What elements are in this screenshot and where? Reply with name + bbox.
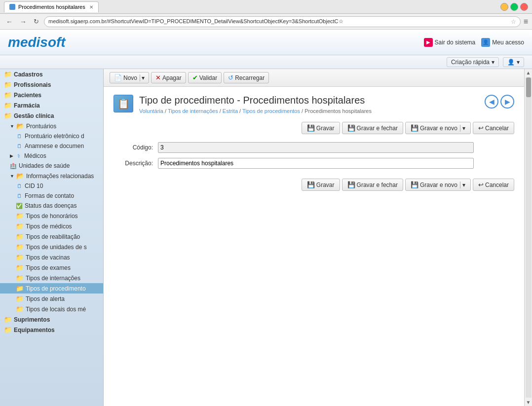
- header-actions: ▶ Sair do sistema 👤 Meu acesso: [424, 38, 524, 47]
- sidebar-item-label: Unidades de saúde: [19, 162, 70, 169]
- new-icon: 📄: [114, 74, 122, 81]
- breadcrumb-voluntaria[interactable]: Voluntária: [139, 108, 163, 114]
- sidebar-item-cid10[interactable]: 🗒 CID 10: [0, 181, 103, 191]
- sidebar-item-label: Cadastros: [14, 71, 43, 78]
- new-btn[interactable]: 📄 Novo ▾: [110, 72, 149, 83]
- next-record-btn[interactable]: ▶: [500, 95, 514, 109]
- sidebar-item-tipos-medicos[interactable]: 📁 Tipos de médicos: [0, 221, 103, 231]
- save-close-btn-top[interactable]: 💾 Gravar e fechar: [342, 122, 403, 134]
- close-btn[interactable]: [520, 3, 528, 11]
- sidebar-item-suprimentos[interactable]: 📁 Suprimentos: [0, 314, 103, 325]
- sidebar-item-profissionais[interactable]: 📁 Profissionais: [0, 79, 103, 90]
- sidebar-item-tipos-vacinas[interactable]: 📁 Tipos de vacinas: [0, 252, 103, 262]
- save-close-btn-bottom[interactable]: 💾 Gravar e fechar: [342, 179, 403, 191]
- browser-menu-btn[interactable]: ≡: [524, 17, 528, 26]
- minimize-btn[interactable]: [500, 3, 508, 11]
- save-new-btn-bottom[interactable]: 💾 Gravar e novo ▾: [405, 179, 471, 191]
- codigo-input[interactable]: [158, 142, 474, 153]
- right-scrollbar[interactable]: ▲ ▼: [524, 69, 532, 406]
- sidebar-item-prontuario-eletronico[interactable]: 🗒 Prontuário eletrônico d: [0, 131, 103, 141]
- delete-btn[interactable]: ✕ Apagar: [151, 72, 186, 83]
- sidebar-item-cadastros[interactable]: 📁 Cadastros: [0, 69, 103, 79]
- quick-create-btn[interactable]: Criação rápida ▾: [447, 57, 499, 67]
- sidebar-item-label: Farmácia: [14, 102, 40, 109]
- save-close-icon: 💾: [347, 124, 355, 132]
- breadcrumb-estrita[interactable]: Estrita: [223, 108, 238, 114]
- scroll-down-btn[interactable]: ▼: [525, 399, 532, 406]
- sidebar-item-equipamentos[interactable]: 📁 Equipamentos: [0, 325, 103, 335]
- folder-icon: 📁: [4, 91, 12, 99]
- sidebar-item-tipos-unidades[interactable]: 📁 Tipos de unidades de s: [0, 242, 103, 252]
- sidebar-item-formas-contato[interactable]: 🗒 Formas de contato: [0, 191, 103, 201]
- refresh-btn[interactable]: ↻: [32, 17, 41, 26]
- forward-btn[interactable]: →: [18, 17, 29, 27]
- user-icon: 👤: [481, 38, 490, 47]
- folder-icon: 📁: [16, 243, 24, 251]
- sidebar-item-tipos-procedimentos[interactable]: 📁 Tipos de procedimento: [0, 283, 103, 294]
- sidebar-item-label: Suprimentos: [14, 316, 50, 323]
- sidebar-item-label: Gestão clínica: [14, 112, 54, 119]
- sidebar-item-prontuarios[interactable]: ▼ 📂 Prontuários: [0, 121, 103, 131]
- sidebar-item-tipos-internacoes[interactable]: 📁 Tipos de internações: [0, 273, 103, 283]
- sidebar-item-informacoes-relacionadas[interactable]: ▼ 📂 Informações relacionadas: [0, 171, 103, 181]
- sidebar-item-label: Anamnese e documen: [25, 143, 84, 149]
- address-bar[interactable]: medisoft.sigaerp.com.br/#ShortcutViewID=…: [44, 16, 521, 27]
- sidebar-item-tipos-reabilitacao[interactable]: 📁 Tipos de reabilitação: [0, 231, 103, 242]
- folder-icon: 📁: [16, 295, 24, 302]
- save-new-btn-top[interactable]: 💾 Gravar e novo ▾: [405, 122, 471, 134]
- sidebar-item-medicos[interactable]: ▶ ⚕ Médicos: [0, 151, 103, 161]
- save-new-dropdown[interactable]: ▾: [460, 182, 465, 188]
- folder-icon: 📁: [16, 305, 24, 313]
- bookmark-icon[interactable]: ☆: [511, 18, 516, 25]
- save-btn-bottom[interactable]: 💾 Gravar: [302, 179, 340, 191]
- address-text: medisoft.sigaerp.com.br/#ShortcutViewID=…: [48, 18, 509, 25]
- validate-icon: ✔: [192, 74, 198, 81]
- reload-icon: ↺: [228, 74, 233, 81]
- reload-btn[interactable]: ↺ Recarregar: [224, 72, 269, 83]
- sidebar-item-status-doencas[interactable]: ✅ Status das doenças: [0, 201, 103, 211]
- globe-icon: 🏥: [10, 162, 17, 169]
- sidebar-item-label: Prontuários: [26, 123, 56, 130]
- prev-record-btn[interactable]: ◀: [485, 95, 498, 109]
- sidebar-item-tipos-locais[interactable]: 📁 Tipos de locais dos mé: [0, 304, 103, 314]
- doc-icon: 🗒: [16, 192, 23, 199]
- breadcrumb-tipos-internacoes[interactable]: Tipos de internações: [168, 108, 218, 114]
- browser-tab[interactable]: Procedimentos hospitalares ✕: [4, 1, 99, 12]
- tab-close-btn[interactable]: ✕: [89, 4, 93, 10]
- folder-icon: 📁: [4, 102, 12, 109]
- back-btn[interactable]: ←: [4, 17, 15, 27]
- sidebar-item-anamnese[interactable]: 🗒 Anamnese e documen: [0, 141, 103, 151]
- sidebar-item-gestao-clinica[interactable]: 📁 Gestão clínica: [0, 111, 103, 121]
- save-new-dropdown[interactable]: ▾: [460, 125, 465, 132]
- maximize-btn[interactable]: [510, 3, 518, 11]
- scroll-up-btn[interactable]: ▲: [525, 69, 532, 76]
- sidebar-item-pacientes[interactable]: 📁 Pacientes: [0, 90, 103, 100]
- sidebar-item-tipos-alerta[interactable]: 📁 Tipos de alerta: [0, 294, 103, 304]
- scroll-thumb[interactable]: [526, 77, 531, 97]
- user-menu-btn[interactable]: 👤 ▾: [503, 57, 524, 67]
- sidebar-item-unidades-saude[interactable]: 🏥 Unidades de saúde: [0, 161, 103, 171]
- sidebar-item-tipos-honorarios[interactable]: 📁 Tipos de honorários: [0, 211, 103, 221]
- scroll-track[interactable]: [526, 77, 532, 398]
- new-label: Novo: [123, 74, 137, 81]
- sidebar-item-farmacia[interactable]: 📁 Farmácia: [0, 100, 103, 111]
- new-btn-dropdown[interactable]: ▾: [140, 74, 145, 81]
- subheader: Criação rápida ▾ 👤 ▾: [0, 55, 532, 69]
- folder-icon: 📁: [4, 112, 12, 119]
- breadcrumb-tipos-procedimentos[interactable]: Tipos de procedimentos: [242, 108, 300, 114]
- logout-btn[interactable]: ▶ Sair do sistema: [424, 38, 476, 47]
- my-access-btn[interactable]: 👤 Meu acesso: [481, 38, 524, 47]
- descricao-input[interactable]: [158, 158, 474, 169]
- sidebar-item-tipos-exames[interactable]: 📁 Tipos de exames: [0, 262, 103, 273]
- cancel-btn-bottom[interactable]: ↩ Cancelar: [473, 179, 514, 191]
- cancel-btn-top[interactable]: ↩ Cancelar: [473, 122, 514, 134]
- sidebar-item-label: Tipos de alerta: [26, 295, 65, 302]
- sidebar-item-label: Tipos de exames: [26, 264, 71, 271]
- app-logo: medisoft: [8, 35, 66, 50]
- sidebar-item-label: CID 10: [25, 183, 43, 189]
- save-btn-top[interactable]: 💾 Gravar: [302, 122, 340, 134]
- validate-btn[interactable]: ✔ Validar: [188, 72, 222, 83]
- status-icon: ✅: [16, 202, 23, 209]
- quick-create-label: Criação rápida: [451, 59, 490, 66]
- sidebar-item-label: Status das doenças: [25, 202, 76, 209]
